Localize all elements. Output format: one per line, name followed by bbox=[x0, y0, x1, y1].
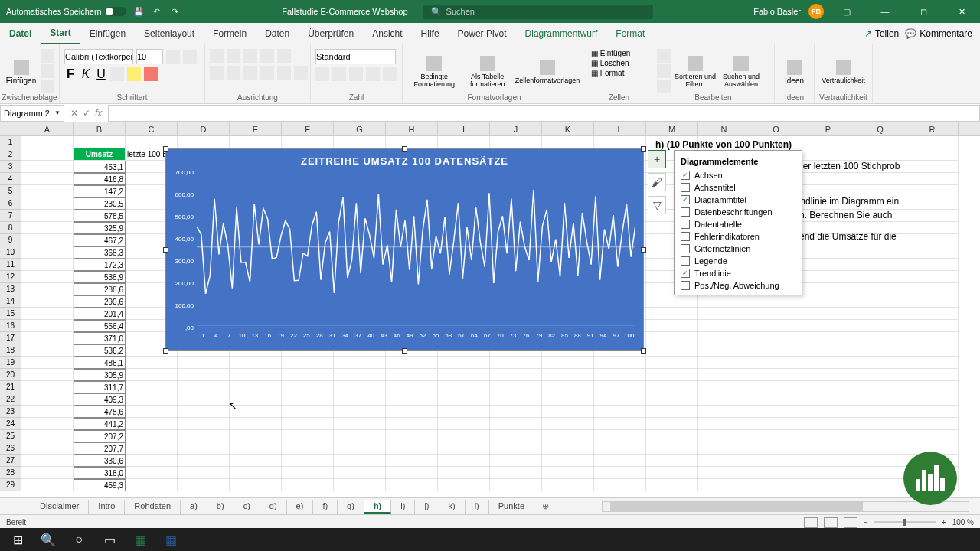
cell[interactable] bbox=[386, 455, 438, 467]
cell[interactable] bbox=[334, 479, 386, 491]
chart-plot-area[interactable] bbox=[197, 172, 635, 326]
chart-title[interactable]: ZEITREIHE UMSATZ 100 DATENSÄTZE bbox=[166, 149, 643, 170]
checkbox[interactable] bbox=[681, 281, 690, 290]
cell[interactable] bbox=[438, 455, 490, 467]
cell[interactable] bbox=[906, 381, 959, 393]
cell[interactable] bbox=[542, 455, 594, 467]
cell[interactable] bbox=[21, 295, 74, 308]
cell[interactable] bbox=[126, 418, 178, 430]
column-header[interactable]: F bbox=[282, 122, 334, 135]
cell[interactable] bbox=[178, 418, 230, 430]
cell[interactable] bbox=[698, 479, 750, 491]
cell[interactable] bbox=[282, 381, 334, 393]
flyout-item[interactable]: ✓Trendlinie bbox=[675, 267, 802, 279]
column-header[interactable]: O bbox=[750, 122, 802, 135]
cell[interactable] bbox=[698, 418, 750, 430]
cell[interactable] bbox=[178, 455, 230, 467]
column-header[interactable]: A bbox=[21, 122, 74, 135]
cell[interactable] bbox=[438, 418, 490, 430]
row-header[interactable]: 7 bbox=[0, 210, 21, 222]
user-avatar[interactable]: FB bbox=[808, 4, 824, 19]
cell[interactable] bbox=[178, 430, 230, 442]
cell[interactable] bbox=[750, 418, 802, 430]
cell[interactable] bbox=[698, 430, 750, 442]
cell[interactable] bbox=[750, 430, 802, 442]
tab-formulas[interactable]: Formeln bbox=[204, 23, 256, 44]
cell[interactable] bbox=[594, 393, 646, 406]
cell[interactable] bbox=[126, 369, 178, 381]
cell[interactable] bbox=[21, 161, 74, 173]
cell[interactable] bbox=[21, 418, 74, 430]
cell[interactable] bbox=[21, 381, 74, 393]
cell[interactable] bbox=[21, 148, 74, 161]
cell[interactable] bbox=[646, 357, 698, 369]
cell[interactable] bbox=[21, 369, 74, 381]
cell[interactable] bbox=[802, 320, 854, 332]
tab-format[interactable]: Format bbox=[606, 23, 654, 44]
cell[interactable] bbox=[21, 259, 74, 271]
cell[interactable] bbox=[802, 295, 854, 308]
cell[interactable] bbox=[594, 467, 646, 479]
cell[interactable] bbox=[21, 246, 74, 259]
cell[interactable] bbox=[854, 455, 906, 467]
cell[interactable] bbox=[802, 418, 854, 430]
cell[interactable] bbox=[334, 136, 386, 148]
row-header[interactable]: 29 bbox=[0, 479, 21, 491]
cell[interactable] bbox=[542, 393, 594, 406]
align-top-icon[interactable] bbox=[210, 49, 224, 63]
flyout-item[interactable]: Pos./Neg. Abweichung bbox=[675, 279, 802, 292]
cell[interactable] bbox=[438, 406, 490, 418]
cell[interactable] bbox=[594, 381, 646, 393]
row-header[interactable]: 23 bbox=[0, 406, 21, 418]
cell[interactable] bbox=[646, 418, 698, 430]
column-header[interactable]: H bbox=[386, 122, 438, 135]
cell[interactable] bbox=[21, 308, 74, 320]
row-header[interactable]: 10 bbox=[0, 246, 21, 259]
cell[interactable] bbox=[230, 381, 282, 393]
cell[interactable] bbox=[750, 442, 802, 455]
cell[interactable] bbox=[21, 197, 74, 210]
cell[interactable] bbox=[178, 357, 230, 369]
cell[interactable] bbox=[490, 442, 542, 455]
row-header[interactable]: 4 bbox=[0, 173, 21, 185]
cell[interactable] bbox=[802, 332, 854, 344]
zoom-level[interactable]: 100 % bbox=[952, 518, 974, 527]
cell[interactable]: 478,6 bbox=[74, 406, 126, 418]
cell[interactable] bbox=[230, 136, 282, 148]
checkbox[interactable] bbox=[681, 220, 690, 229]
cell[interactable]: 311,7 bbox=[74, 381, 126, 393]
cell[interactable] bbox=[230, 406, 282, 418]
cell[interactable]: 288,6 bbox=[74, 283, 126, 295]
cell[interactable] bbox=[802, 283, 854, 295]
tab-insert[interactable]: Einfügen bbox=[80, 23, 135, 44]
accept-formula-icon[interactable]: ✓ bbox=[83, 108, 90, 119]
zoom-in-button[interactable]: + bbox=[942, 518, 946, 527]
cell[interactable]: 207,2 bbox=[74, 430, 126, 442]
page-break-view-button[interactable] bbox=[844, 517, 858, 528]
cell[interactable] bbox=[646, 295, 698, 308]
cell[interactable]: 538,9 bbox=[74, 271, 126, 283]
user-name[interactable]: Fabio Basler bbox=[753, 7, 801, 16]
cell[interactable] bbox=[178, 369, 230, 381]
cell[interactable] bbox=[21, 173, 74, 185]
column-header[interactable]: K bbox=[542, 122, 594, 135]
cell[interactable] bbox=[646, 332, 698, 344]
cell[interactable]: 578,5 bbox=[74, 210, 126, 222]
cell[interactable] bbox=[698, 308, 750, 320]
indent-inc-icon[interactable] bbox=[277, 66, 291, 80]
sheet-tab[interactable]: Intro bbox=[89, 500, 125, 514]
cell[interactable] bbox=[282, 357, 334, 369]
flyout-item[interactable]: ✓Achsen bbox=[675, 169, 802, 181]
cell[interactable] bbox=[542, 479, 594, 491]
cell[interactable] bbox=[386, 442, 438, 455]
cell[interactable] bbox=[646, 369, 698, 381]
save-icon[interactable]: 💾 bbox=[132, 5, 145, 18]
cell[interactable] bbox=[802, 393, 854, 406]
cell[interactable] bbox=[386, 430, 438, 442]
column-header[interactable]: J bbox=[490, 122, 542, 135]
cortana-button[interactable]: ○ bbox=[64, 529, 93, 550]
orientation-icon[interactable] bbox=[260, 49, 274, 63]
flyout-item[interactable]: Achsentitel bbox=[675, 181, 802, 194]
align-middle-icon[interactable] bbox=[227, 49, 240, 63]
ribbon-mode-icon[interactable]: ▢ bbox=[831, 0, 862, 23]
